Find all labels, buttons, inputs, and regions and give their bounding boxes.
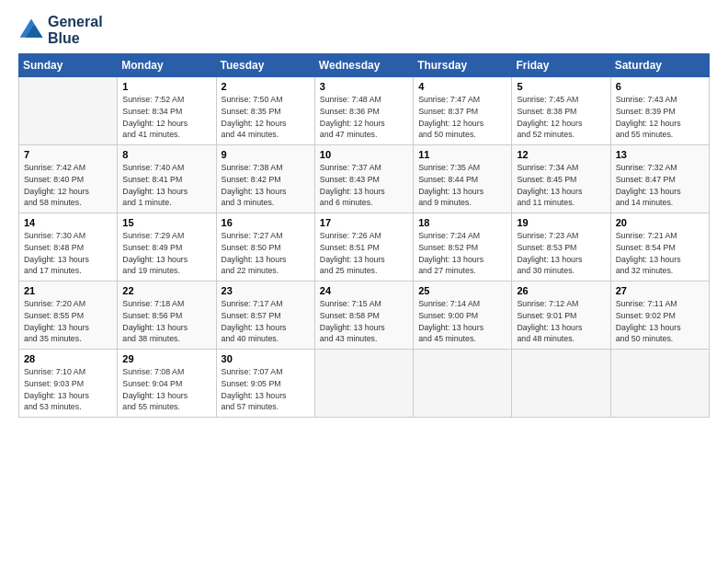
day-number: 14: [24, 217, 112, 228]
day-number: 4: [418, 81, 506, 92]
day-info: Sunrise: 7:20 AMSunset: 8:55 PMDaylight:…: [24, 298, 112, 345]
day-number: 10: [320, 149, 408, 160]
day-number: 5: [517, 81, 605, 92]
logo-icon: [18, 17, 44, 43]
table-row: 9Sunrise: 7:38 AMSunset: 8:42 PMDaylight…: [216, 145, 314, 213]
table-row: 27Sunrise: 7:11 AMSunset: 9:02 PMDayligh…: [610, 282, 709, 350]
table-row: 24Sunrise: 7:15 AMSunset: 8:58 PMDayligh…: [314, 282, 413, 350]
day-info: Sunrise: 7:18 AMSunset: 8:56 PMDaylight:…: [122, 298, 210, 345]
calendar-table: SundayMondayTuesdayWednesdayThursdayFrid…: [18, 53, 710, 418]
weekday-header: Wednesday: [314, 54, 413, 77]
table-row: [414, 350, 512, 418]
table-row: 18Sunrise: 7:24 AMSunset: 8:52 PMDayligh…: [414, 213, 512, 282]
table-row: 19Sunrise: 7:23 AMSunset: 8:53 PMDayligh…: [512, 213, 610, 282]
day-number: 8: [122, 149, 210, 160]
table-row: 13Sunrise: 7:32 AMSunset: 8:47 PMDayligh…: [610, 145, 709, 213]
table-row: 25Sunrise: 7:14 AMSunset: 9:00 PMDayligh…: [414, 282, 512, 350]
day-info: Sunrise: 7:12 AMSunset: 9:01 PMDaylight:…: [517, 298, 605, 345]
day-number: 18: [418, 217, 506, 228]
table-row: 2Sunrise: 7:50 AMSunset: 8:35 PMDaylight…: [216, 77, 314, 145]
table-row: 30Sunrise: 7:07 AMSunset: 9:05 PMDayligh…: [216, 350, 314, 418]
day-info: Sunrise: 7:50 AMSunset: 8:35 PMDaylight:…: [222, 94, 310, 141]
day-info: Sunrise: 7:07 AMSunset: 9:05 PMDaylight:…: [222, 366, 310, 413]
table-row: 10Sunrise: 7:37 AMSunset: 8:43 PMDayligh…: [314, 145, 413, 213]
day-number: 17: [320, 217, 408, 228]
table-row: 23Sunrise: 7:17 AMSunset: 8:57 PMDayligh…: [216, 282, 314, 350]
day-number: 27: [616, 285, 704, 296]
day-info: Sunrise: 7:52 AMSunset: 8:34 PMDaylight:…: [122, 94, 210, 141]
day-info: Sunrise: 7:37 AMSunset: 8:43 PMDaylight:…: [320, 162, 408, 209]
weekday-header: Sunday: [19, 54, 118, 77]
weekday-header: Saturday: [610, 54, 709, 77]
day-number: 23: [222, 285, 310, 296]
day-number: 12: [517, 149, 605, 160]
table-row: 21Sunrise: 7:20 AMSunset: 8:55 PMDayligh…: [19, 282, 118, 350]
weekday-header: Monday: [118, 54, 216, 77]
day-info: Sunrise: 7:23 AMSunset: 8:53 PMDaylight:…: [517, 230, 605, 277]
table-row: [512, 350, 610, 418]
day-number: 28: [24, 353, 112, 364]
day-info: Sunrise: 7:45 AMSunset: 8:38 PMDaylight:…: [517, 94, 605, 141]
day-number: 30: [222, 353, 310, 364]
table-row: 16Sunrise: 7:27 AMSunset: 8:50 PMDayligh…: [216, 213, 314, 282]
day-info: Sunrise: 7:47 AMSunset: 8:37 PMDaylight:…: [418, 94, 506, 141]
table-row: 20Sunrise: 7:21 AMSunset: 8:54 PMDayligh…: [610, 213, 709, 282]
logo: General Blue: [18, 14, 103, 46]
day-number: 24: [320, 285, 408, 296]
table-row: 7Sunrise: 7:42 AMSunset: 8:40 PMDaylight…: [19, 145, 118, 213]
day-number: 19: [517, 217, 605, 228]
table-row: 4Sunrise: 7:47 AMSunset: 8:37 PMDaylight…: [414, 77, 512, 145]
day-number: 26: [517, 285, 605, 296]
table-row: 8Sunrise: 7:40 AMSunset: 8:41 PMDaylight…: [118, 145, 216, 213]
day-number: 2: [222, 81, 310, 92]
table-row: 14Sunrise: 7:30 AMSunset: 8:48 PMDayligh…: [19, 213, 118, 282]
day-info: Sunrise: 7:26 AMSunset: 8:51 PMDaylight:…: [320, 230, 408, 277]
weekday-header: Friday: [512, 54, 610, 77]
table-row: 5Sunrise: 7:45 AMSunset: 8:38 PMDaylight…: [512, 77, 610, 145]
table-row: 22Sunrise: 7:18 AMSunset: 8:56 PMDayligh…: [118, 282, 216, 350]
day-number: 1: [122, 81, 210, 92]
table-row: 3Sunrise: 7:48 AMSunset: 8:36 PMDaylight…: [314, 77, 413, 145]
table-row: 11Sunrise: 7:35 AMSunset: 8:44 PMDayligh…: [414, 145, 512, 213]
day-number: 13: [616, 149, 704, 160]
day-number: 25: [418, 285, 506, 296]
day-number: 3: [320, 81, 408, 92]
day-info: Sunrise: 7:43 AMSunset: 8:39 PMDaylight:…: [616, 94, 704, 141]
day-number: 29: [122, 353, 210, 364]
day-number: 22: [122, 285, 210, 296]
table-row: 26Sunrise: 7:12 AMSunset: 9:01 PMDayligh…: [512, 282, 610, 350]
day-info: Sunrise: 7:30 AMSunset: 8:48 PMDaylight:…: [24, 230, 112, 277]
day-number: 20: [616, 217, 704, 228]
table-row: 15Sunrise: 7:29 AMSunset: 8:49 PMDayligh…: [118, 213, 216, 282]
day-info: Sunrise: 7:42 AMSunset: 8:40 PMDaylight:…: [24, 162, 112, 209]
day-info: Sunrise: 7:08 AMSunset: 9:04 PMDaylight:…: [122, 366, 210, 413]
page: General Blue SundayMondayTuesdayWednesda…: [0, 0, 728, 563]
day-info: Sunrise: 7:35 AMSunset: 8:44 PMDaylight:…: [418, 162, 506, 209]
day-info: Sunrise: 7:27 AMSunset: 8:50 PMDaylight:…: [222, 230, 310, 277]
table-row: [19, 77, 118, 145]
day-info: Sunrise: 7:38 AMSunset: 8:42 PMDaylight:…: [222, 162, 310, 209]
day-info: Sunrise: 7:40 AMSunset: 8:41 PMDaylight:…: [122, 162, 210, 209]
table-row: 6Sunrise: 7:43 AMSunset: 8:39 PMDaylight…: [610, 77, 709, 145]
day-info: Sunrise: 7:21 AMSunset: 8:54 PMDaylight:…: [616, 230, 704, 277]
day-number: 16: [222, 217, 310, 228]
day-info: Sunrise: 7:29 AMSunset: 8:49 PMDaylight:…: [122, 230, 210, 277]
day-info: Sunrise: 7:34 AMSunset: 8:45 PMDaylight:…: [517, 162, 605, 209]
day-info: Sunrise: 7:14 AMSunset: 9:00 PMDaylight:…: [418, 298, 506, 345]
table-row: 12Sunrise: 7:34 AMSunset: 8:45 PMDayligh…: [512, 145, 610, 213]
table-row: 17Sunrise: 7:26 AMSunset: 8:51 PMDayligh…: [314, 213, 413, 282]
day-number: 11: [418, 149, 506, 160]
day-info: Sunrise: 7:11 AMSunset: 9:02 PMDaylight:…: [616, 298, 704, 345]
day-info: Sunrise: 7:15 AMSunset: 8:58 PMDaylight:…: [320, 298, 408, 345]
table-row: 1Sunrise: 7:52 AMSunset: 8:34 PMDaylight…: [118, 77, 216, 145]
day-number: 21: [24, 285, 112, 296]
day-info: Sunrise: 7:10 AMSunset: 9:03 PMDaylight:…: [24, 366, 112, 413]
day-info: Sunrise: 7:48 AMSunset: 8:36 PMDaylight:…: [320, 94, 408, 141]
weekday-header: Tuesday: [216, 54, 314, 77]
day-number: 7: [24, 149, 112, 160]
day-number: 15: [122, 217, 210, 228]
table-row: [610, 350, 709, 418]
day-number: 6: [616, 81, 704, 92]
day-info: Sunrise: 7:24 AMSunset: 8:52 PMDaylight:…: [418, 230, 506, 277]
table-row: 29Sunrise: 7:08 AMSunset: 9:04 PMDayligh…: [118, 350, 216, 418]
